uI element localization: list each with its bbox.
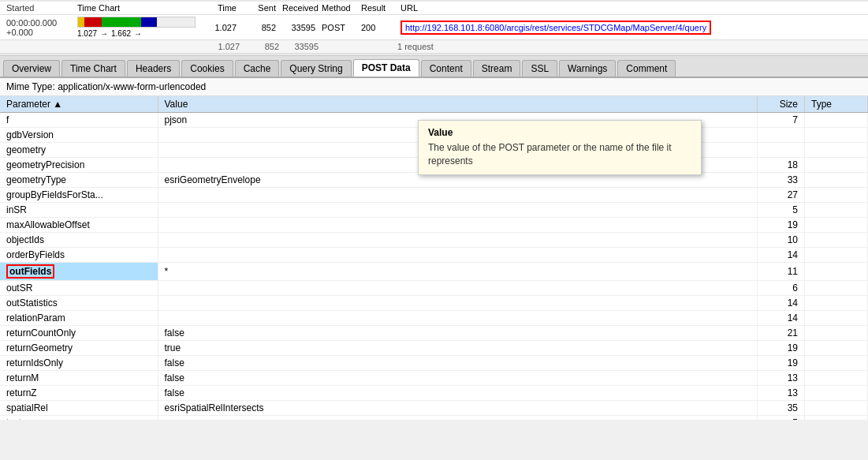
tab-headers[interactable]: Headers [127,60,180,77]
param-cell: returnZ [0,386,158,401]
param-cell: groupByFieldsForSta... [0,188,158,203]
tab-cache[interactable]: Cache [235,60,280,77]
table-row[interactable]: orderByFields14 [0,248,868,263]
tab-warnings[interactable]: Warnings [559,60,616,77]
param-cell: orderByFields [0,248,158,263]
col-method-label: Method [319,3,358,13]
size-cell: 7 [758,113,805,128]
size-cell: 11 [758,263,805,281]
type-cell [805,281,868,296]
type-cell [805,311,868,326]
value-cell: esriSpatialRelIntersects [158,401,758,416]
size-cell: 19 [758,356,805,371]
value-cell: false [158,356,758,371]
th-type: Type [805,96,868,113]
request-method: POST [319,23,358,32]
value-cell [158,311,758,326]
table-row[interactable]: relationParam14 [0,311,868,326]
table-row[interactable]: returnGeometrytrue19 [0,341,868,356]
value-cell [158,233,758,248]
type-cell [805,233,868,248]
param-cell: relationParam [0,311,158,326]
size-cell: 5 [758,203,805,218]
type-cell [805,203,868,218]
tabs-bar: Overview Time Chart Headers Cookies Cach… [0,56,868,78]
param-cell: geometryPrecision [0,158,158,173]
col-time-label: Time [200,3,240,13]
th-parameter: Parameter ▲ [0,96,158,113]
mime-type-label: Mime Type: [6,81,55,92]
param-cell: geometryType [0,173,158,188]
type-cell [805,158,868,173]
value-cell [158,218,758,233]
value-cell: false [158,386,758,401]
table-row[interactable]: groupByFieldsForSta...27 [0,188,868,203]
tab-timechart[interactable]: Time Chart [61,60,125,77]
param-cell: outSR [0,281,158,296]
request-time-val: 1.027 [200,23,240,32]
tab-cookies[interactable]: Cookies [181,60,233,77]
type-cell [805,128,868,143]
table-row[interactable]: text5 [0,416,868,421]
timeline-labels: 1.027 → 1.662 → [77,29,197,38]
tab-stream[interactable]: Stream [473,60,521,77]
tab-ssl[interactable]: SSL [522,60,557,77]
type-cell [805,113,868,128]
th-size: Size [758,96,805,113]
type-cell [805,248,868,263]
param-cell: returnCountOnly [0,326,158,341]
table-row[interactable]: outFields*11 [0,263,868,281]
size-cell: 21 [758,326,805,341]
tab-comment[interactable]: Comment [617,60,676,77]
table-row[interactable]: returnMfalse13 [0,371,868,386]
size-cell: 19 [758,218,805,233]
request-time: 00:00:00.000 +0.000 [3,18,74,37]
tab-postdata[interactable]: POST Data [353,59,419,77]
type-cell [805,218,868,233]
value-cell: false [158,371,758,386]
timeline-bar [77,17,196,28]
param-cell: maxAllowableOffset [0,218,158,233]
tab-content[interactable]: Content [421,60,471,77]
type-cell [805,371,868,386]
type-cell [805,401,868,416]
value-cell: false [158,326,758,341]
value-tooltip: Value The value of the POST parameter or… [418,120,702,175]
tab-overview[interactable]: Overview [3,60,60,77]
param-cell: returnGeometry [0,341,158,356]
param-highlighted: outFields [6,264,54,279]
param-cell: geometry [0,143,158,158]
table-row[interactable]: returnCountOnlyfalse21 [0,326,868,341]
type-cell [805,326,868,341]
param-cell: returnIdsOnly [0,356,158,371]
type-cell [805,173,868,188]
table-row[interactable]: inSR5 [0,203,868,218]
request-url-highlighted[interactable]: http://192.168.101.8:6080/arcgis/rest/se… [397,23,865,32]
size-cell: 33 [758,173,805,188]
type-cell [805,416,868,421]
tab-querystring[interactable]: Query String [281,60,351,77]
table-row[interactable]: spatialRelesriSpatialRelIntersects35 [0,401,868,416]
size-cell: 18 [758,158,805,173]
table-row[interactable]: outStatistics14 [0,296,868,311]
table-row[interactable]: maxAllowableOffset19 [0,218,868,233]
type-cell [805,341,868,356]
table-row[interactable]: outSR6 [0,281,868,296]
param-cell: gdbVersion [0,128,158,143]
param-cell: outStatistics [0,296,158,311]
param-cell: inSR [0,203,158,218]
value-cell: * [158,263,758,281]
param-cell: spatialRel [0,401,158,416]
size-cell: 19 [758,341,805,356]
summary-row: 1.027 852 33595 1 request [0,40,868,54]
table-row[interactable]: objectIds10 [0,233,868,248]
type-cell [805,386,868,401]
size-cell: 10 [758,233,805,248]
size-cell: 14 [758,311,805,326]
size-cell: 14 [758,248,805,263]
table-row[interactable]: returnIdsOnlyfalse19 [0,356,868,371]
col-timechart-label: Time Chart [74,3,200,13]
value-cell [158,248,758,263]
tooltip-title: Value [428,127,691,138]
table-row[interactable]: returnZfalse13 [0,386,868,401]
